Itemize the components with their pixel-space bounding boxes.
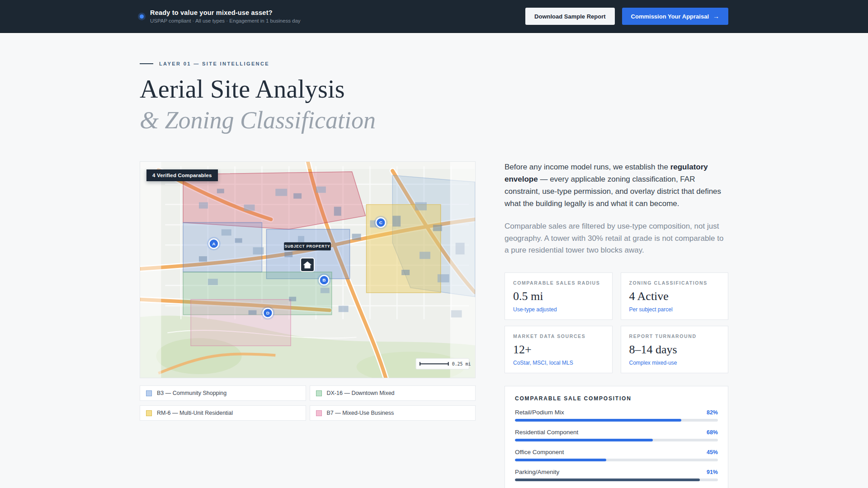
- legend-item-b7: B7 — Mixed-Use Business: [310, 405, 476, 421]
- stat-cards: COMPARABLE SALES RADIUS 0.5 mi Use-type …: [505, 272, 728, 373]
- stat-card-turnaround: REPORT TURNAROUND 8–14 days Complex mixe…: [621, 326, 729, 373]
- zoning-map: A B C D: [140, 162, 475, 378]
- hero-section: LAYER 01 — SITE INTELLIGENCE Aerial Site…: [140, 33, 728, 488]
- composition-row-parking: Parking/Amenity 91%: [515, 469, 718, 481]
- progress-bar: [515, 479, 718, 481]
- progress-bar: [515, 439, 718, 441]
- comparable-marker-d: D: [261, 306, 274, 320]
- arrow-right-icon: →: [713, 13, 719, 20]
- composition-label: Residential Component: [515, 429, 578, 436]
- cta-button-label: Commission Your Appraisal: [631, 13, 709, 20]
- legend-label: RM-6 — Multi-Unit Residential: [157, 410, 233, 416]
- marker-b-label: B: [322, 277, 326, 282]
- composition-label: Office Component: [515, 449, 564, 455]
- stat-sub: Per subject parcel: [629, 306, 720, 313]
- download-sample-report-button[interactable]: Download Sample Report: [525, 8, 614, 25]
- composition-percent: 45%: [707, 449, 718, 455]
- marker-d-label: D: [266, 310, 269, 315]
- stat-card-data-sources: MARKET DATA SOURCES 12+ CoStar, MSCI, lo…: [505, 326, 613, 373]
- comparable-marker-a: A: [207, 237, 221, 250]
- status-dot-icon: [140, 14, 144, 19]
- comparable-marker-c: C: [374, 216, 387, 230]
- download-button-label: Download Sample Report: [534, 13, 605, 20]
- banner-title: Ready to value your mixed-use asset?: [150, 9, 301, 16]
- subject-property-label: SUBJECT PROPERTY: [284, 244, 330, 249]
- marker-a-label: A: [212, 241, 215, 246]
- composition-card: COMPARABLE SALE COMPOSITION Retail/Podiu…: [505, 386, 728, 488]
- intro-text: Before any income model runs, we establi…: [505, 163, 670, 171]
- banner-message: Ready to value your mixed-use asset? USP…: [140, 9, 301, 23]
- comparable-marker-b: B: [317, 273, 331, 287]
- stat-card-zoning: ZONING CLASSIFICATIONS 4 Active Per subj…: [621, 272, 729, 320]
- banner-subtitle: USPAP compliant · All use types · Engage…: [150, 18, 301, 23]
- stat-sub: Complex mixed-use: [629, 360, 720, 366]
- legend-item-dx16: DX-16 — Downtown Mixed: [310, 385, 476, 401]
- marker-c-label: C: [379, 220, 382, 225]
- progress-bar: [515, 459, 718, 461]
- zone-swatch-blue: [146, 390, 152, 396]
- commission-appraisal-button[interactable]: Commission Your Appraisal →: [622, 8, 728, 25]
- composition-percent: 91%: [707, 469, 718, 475]
- legend-label: B7 — Mixed-Use Business: [327, 410, 394, 416]
- intro-paragraph: Before any income model runs, we establi…: [505, 161, 728, 210]
- stat-label: COMPARABLE SALES RADIUS: [513, 280, 604, 286]
- composition-percent: 68%: [707, 429, 718, 436]
- zoning-legend: B3 — Community Shopping DX-16 — Downtown…: [140, 385, 476, 421]
- composition-row-residential: Residential Component 68%: [515, 429, 718, 441]
- progress-bar: [515, 419, 718, 422]
- composition-percent: 82%: [707, 409, 718, 416]
- stat-label: MARKET DATA SOURCES: [513, 333, 604, 339]
- promo-banner: Ready to value your mixed-use asset? USP…: [0, 0, 868, 33]
- scale-label: 0.25 mi: [452, 361, 471, 366]
- stat-value: 0.5 mi: [513, 290, 604, 303]
- verified-comparables-badge: 4 Verified Comparables: [146, 169, 218, 181]
- stat-value: 8–14 days: [629, 343, 720, 357]
- legend-item-b3: B3 — Community Shopping: [140, 385, 306, 401]
- composition-row-office: Office Component 45%: [515, 449, 718, 461]
- secondary-paragraph: Comparable sales are filtered by use-typ…: [505, 221, 728, 256]
- composition-label: Parking/Amenity: [515, 469, 559, 475]
- zone-swatch-pink: [316, 410, 322, 416]
- map-scale-bar: 0.25 mi: [416, 358, 471, 369]
- stat-label: ZONING CLASSIFICATIONS: [629, 280, 720, 286]
- stat-sub: CoStar, MSCI, local MLS: [513, 360, 604, 366]
- legend-label: DX-16 — Downtown Mixed: [327, 390, 395, 396]
- stat-value: 4 Active: [629, 290, 720, 303]
- eyebrow-line: [140, 63, 153, 64]
- composition-label: Retail/Podium Mix: [515, 409, 564, 416]
- zone-swatch-yellow: [146, 410, 152, 416]
- aerial-map-panel: 4 Verified Comparables: [140, 161, 476, 378]
- stat-value: 12+: [513, 343, 604, 357]
- page-title-line2: & Zoning Classification: [140, 106, 728, 134]
- stat-sub: Use-type adjusted: [513, 306, 604, 313]
- zone-swatch-green: [316, 390, 322, 396]
- legend-label: B3 — Community Shopping: [157, 390, 226, 396]
- eyebrow-label: LAYER 01 — SITE INTELLIGENCE: [159, 61, 269, 66]
- page-title-line1: Aerial Site Analysis: [140, 75, 728, 103]
- stat-card-sales-radius: COMPARABLE SALES RADIUS 0.5 mi Use-type …: [505, 272, 613, 320]
- composition-title: COMPARABLE SALE COMPOSITION: [515, 395, 718, 402]
- section-eyebrow: LAYER 01 — SITE INTELLIGENCE: [140, 61, 728, 66]
- composition-row-retail: Retail/Podium Mix 82%: [515, 409, 718, 422]
- legend-item-rm6: RM-6 — Multi-Unit Residential: [140, 405, 306, 421]
- stat-label: REPORT TURNAROUND: [629, 333, 720, 339]
